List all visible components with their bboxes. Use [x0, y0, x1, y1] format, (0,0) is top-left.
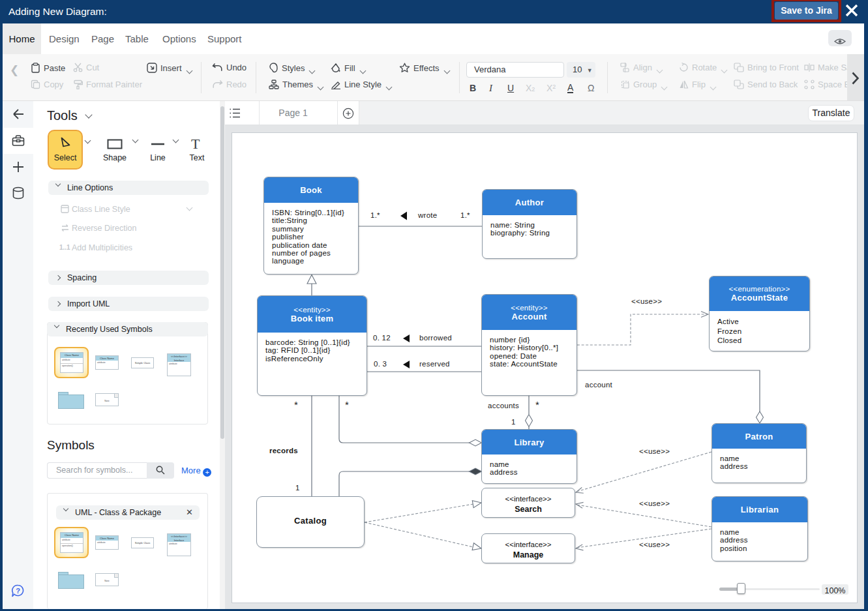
- svg-text:?: ?: [16, 587, 20, 595]
